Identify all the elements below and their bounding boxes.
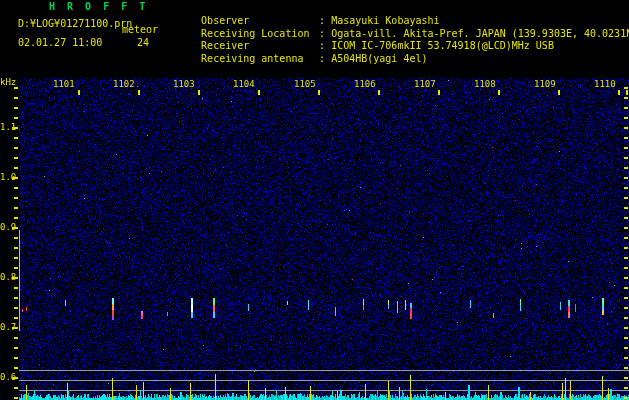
echo-count: 24 — [137, 38, 149, 48]
header-label: Receiving antenna — [201, 53, 319, 64]
time-tick-label: 1109 — [534, 80, 560, 89]
freq-tick-label: 0.9 — [0, 223, 14, 232]
freq-tick-label: 0.6 — [0, 373, 14, 382]
time-tick-label: 1103 — [173, 80, 199, 89]
freq-tick-label: 1.0 — [0, 173, 14, 182]
log-file-path: D:¥LOG¥01271100.prn — [18, 19, 132, 29]
freq-tick-label: 0.7 — [0, 323, 14, 332]
time-tick-label: 1107 — [414, 80, 440, 89]
time-tick-label: 1105 — [294, 80, 320, 89]
header-row-antenna: Receiving antenna: A504HB(yagi 4el) — [177, 42, 427, 75]
freq-tick-label: 1.1 — [0, 123, 14, 132]
app-title: H R O F F T — [49, 2, 145, 12]
header-colon: : — [319, 53, 325, 64]
time-tick-label: 1108 — [474, 80, 500, 89]
observation-tag: meteor — [122, 25, 158, 35]
time-tick-label: 1110 — [594, 80, 620, 89]
time-tick-label: 1101 — [53, 80, 79, 89]
time-tick-label: 1102 — [113, 80, 139, 89]
header-value: A504HB(yagi 4el) — [331, 53, 427, 64]
freq-axis-unit: kHz — [0, 78, 16, 87]
hrofft-window: H R O F F T D:¥LOG¥01271100.prn meteor 0… — [0, 0, 629, 400]
observation-datetime: 02.01.27 11:00 — [18, 38, 102, 48]
time-tick-label: 1104 — [233, 80, 259, 89]
freq-tick-label: 0.8 — [0, 273, 14, 282]
time-tick-label: 1106 — [354, 80, 380, 89]
